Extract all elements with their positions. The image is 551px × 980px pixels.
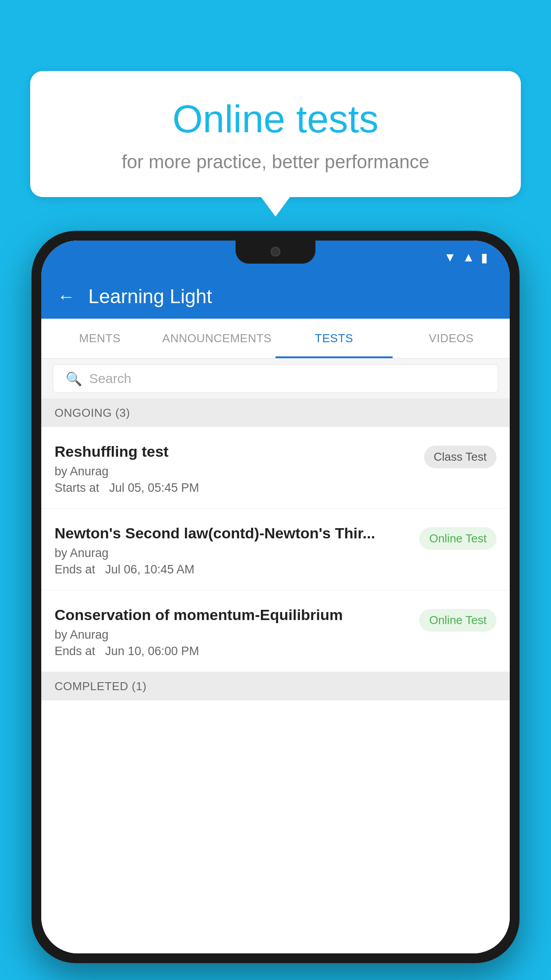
ongoing-section-label: ONGOING (3) (55, 406, 130, 420)
search-bar: 🔍 Search (41, 359, 510, 399)
test-item-time: Ends at Jun 10, 06:00 PM (55, 644, 410, 658)
test-item-name: Newton's Second law(contd)-Newton's Thir… (55, 525, 410, 542)
test-item-author: by Anurag (55, 465, 415, 478)
test-item-content: Conservation of momentum-Equilibrium by … (55, 606, 419, 658)
speech-bubble: Online tests for more practice, better p… (30, 71, 521, 197)
bubble-subtitle: for more practice, better performance (52, 151, 499, 173)
phone-frame: 14:29 ▼ ▲ ▮ ← Learning Light MENTS ANNOU… (31, 231, 520, 963)
tab-tests[interactable]: TESTS (276, 319, 393, 358)
tab-announcements[interactable]: ANNOUNCEMENTS (158, 319, 276, 358)
tab-bar: MENTS ANNOUNCEMENTS TESTS VIDEOS (41, 319, 510, 359)
signal-icon: ▲ (462, 250, 475, 265)
test-item-author: by Anurag (55, 546, 410, 560)
test-item-time: Starts at Jul 05, 05:45 PM (55, 481, 415, 495)
ongoing-section-header: ONGOING (3) (41, 399, 510, 427)
completed-section-label: COMPLETED (1) (55, 680, 146, 693)
test-item-name: Conservation of momentum-Equilibrium (55, 606, 410, 624)
app-bar: ← Learning Light (41, 274, 510, 319)
test-item-name: Reshuffling test (55, 443, 415, 460)
test-item-time: Ends at Jul 06, 10:45 AM (55, 563, 410, 577)
class-test-badge: Class Test (424, 446, 496, 468)
test-item-content: Reshuffling test by Anurag Starts at Jul… (55, 443, 424, 495)
search-input[interactable]: Search (89, 371, 131, 386)
tab-videos[interactable]: VIDEOS (393, 319, 510, 358)
status-icons: ▼ ▲ ▮ (444, 250, 488, 265)
tab-ments[interactable]: MENTS (41, 319, 158, 358)
test-item-content: Newton's Second law(contd)-Newton's Thir… (55, 525, 419, 577)
notch (236, 241, 315, 264)
search-icon: 🔍 (66, 371, 82, 387)
app-bar-title: Learning Light (88, 285, 212, 308)
phone-screen: 14:29 ▼ ▲ ▮ ← Learning Light MENTS ANNOU… (41, 241, 510, 953)
online-test-badge-2: Online Test (419, 609, 496, 632)
front-camera (271, 247, 280, 257)
online-test-badge: Online Test (419, 527, 496, 550)
battery-icon: ▮ (481, 250, 488, 265)
bubble-title: Online tests (52, 98, 499, 141)
back-button[interactable]: ← (57, 287, 75, 307)
test-item-author: by Anurag (55, 628, 410, 642)
test-item[interactable]: Reshuffling test by Anurag Starts at Jul… (41, 427, 510, 509)
test-item[interactable]: Conservation of momentum-Equilibrium by … (41, 590, 510, 672)
search-container[interactable]: 🔍 Search (53, 364, 498, 393)
test-list: Reshuffling test by Anurag Starts at Jul… (41, 427, 510, 953)
completed-section-header: COMPLETED (1) (41, 672, 510, 700)
test-item[interactable]: Newton's Second law(contd)-Newton's Thir… (41, 509, 510, 590)
wifi-icon: ▼ (444, 250, 457, 265)
